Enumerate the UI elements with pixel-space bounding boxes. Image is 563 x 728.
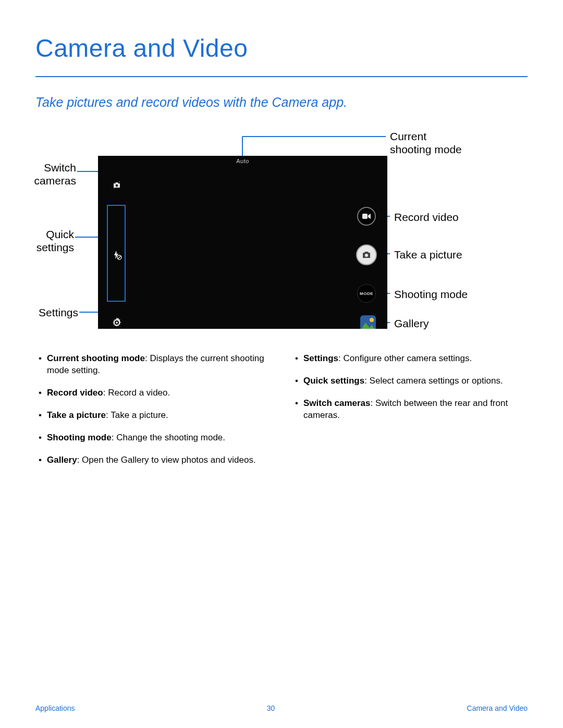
svg-point-6 xyxy=(370,318,374,322)
callout-quick-settings: Quick settings xyxy=(30,228,74,254)
footer-right: Camera and Video xyxy=(467,704,528,712)
footer-center: 30 xyxy=(267,704,275,712)
title-rule xyxy=(35,76,528,77)
feature-bullets: Current shooting mode: Displays the curr… xyxy=(35,353,528,477)
callout-settings: Settings xyxy=(30,306,78,319)
bullet-item: Settings: Configure other camera setting… xyxy=(292,353,528,365)
settings-gear-icon[interactable] xyxy=(112,317,122,328)
svg-point-4 xyxy=(365,254,368,257)
callout-take-picture: Take a picture xyxy=(394,248,462,261)
bullet-item: Record video: Record a video. xyxy=(35,387,271,399)
camera-diagram: Switch cameras Quick settings Settings C… xyxy=(35,135,528,333)
page-subtitle: Take pictures and record videos with the… xyxy=(35,95,528,110)
svg-rect-3 xyxy=(362,214,368,219)
flash-off-icon[interactable] xyxy=(112,250,122,260)
record-video-button[interactable] xyxy=(357,207,376,226)
take-picture-button[interactable] xyxy=(356,244,377,265)
svg-line-2 xyxy=(118,256,121,259)
callout-switch-cameras: Switch cameras xyxy=(30,161,76,187)
camera-app-screenshot: Auto MODE xyxy=(98,156,387,329)
footer-left: Applications xyxy=(35,704,75,712)
callout-record-video: Record video xyxy=(394,211,459,224)
bullet-item: Take a picture: Take a picture. xyxy=(35,410,271,422)
callout-current-mode: Current shooting mode xyxy=(390,130,505,156)
bullet-item: Gallery: Open the Gallery to view photos… xyxy=(35,454,271,466)
page-footer: Applications 30 Camera and Video xyxy=(35,704,528,712)
bullet-item: Current shooting mode: Displays the curr… xyxy=(35,353,271,377)
bullet-item: Switch cameras: Switch between the rear … xyxy=(292,398,528,422)
callout-shooting-mode: Shooting mode xyxy=(394,288,468,301)
callout-gallery: Gallery xyxy=(394,317,429,330)
shooting-mode-button[interactable]: MODE xyxy=(357,284,376,303)
bullets-left-column: Current shooting mode: Displays the curr… xyxy=(35,353,271,477)
bullet-item: Quick settings: Select camera settings o… xyxy=(292,375,528,387)
svg-point-0 xyxy=(116,184,118,187)
current-mode-label: Auto xyxy=(236,158,249,164)
bullet-item: Shooting mode: Change the shooting mode. xyxy=(35,432,271,444)
bullets-right-column: Settings: Configure other camera setting… xyxy=(292,353,528,477)
switch-camera-icon[interactable] xyxy=(112,180,122,190)
gallery-button[interactable] xyxy=(360,315,376,329)
page-title: Camera and Video xyxy=(35,34,528,63)
